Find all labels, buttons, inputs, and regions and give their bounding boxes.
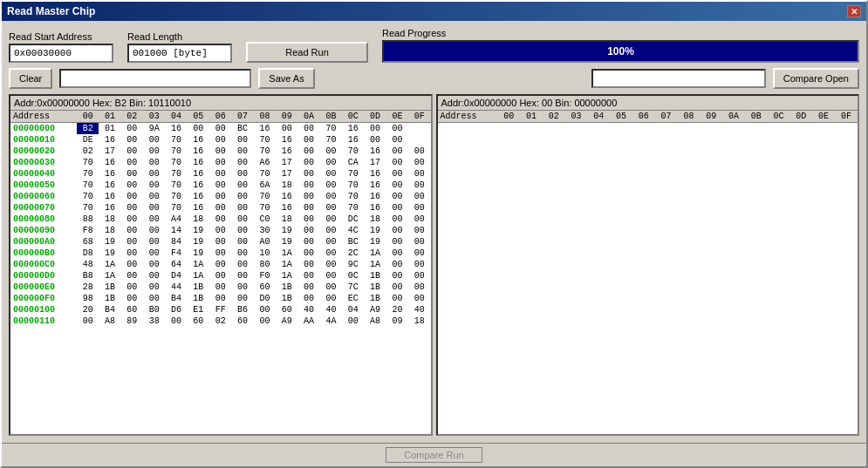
hex-cell[interactable]: 00 — [143, 248, 165, 259]
hex-cell[interactable]: 00 — [297, 134, 319, 146]
hex-cell[interactable]: 00 — [209, 180, 231, 191]
hex-cell[interactable]: 00 — [408, 281, 430, 293]
compare-input[interactable] — [591, 69, 766, 88]
hex-cell[interactable]: 00 — [297, 180, 319, 191]
hex-cell[interactable]: 00 — [143, 168, 165, 180]
hex-cell[interactable]: AA — [297, 315, 319, 327]
hex-cell[interactable]: 70 — [342, 191, 364, 202]
close-button[interactable]: ✕ — [847, 5, 861, 17]
hex-cell[interactable]: 1B — [364, 270, 386, 281]
hex-cell[interactable]: 00 — [320, 214, 342, 225]
hex-cell[interactable]: 00 — [121, 270, 143, 281]
hex-cell[interactable]: 16 — [188, 202, 209, 214]
hex-cell[interactable]: 19 — [99, 236, 120, 248]
hex-cell[interactable]: 16 — [276, 191, 297, 202]
hex-cell[interactable]: 00 — [320, 180, 342, 191]
hex-cell[interactable]: 16 — [188, 168, 209, 180]
hex-cell[interactable]: 64 — [165, 259, 187, 270]
hex-cell[interactable]: 16 — [165, 123, 187, 135]
save-as-input[interactable] — [59, 69, 251, 88]
hex-cell[interactable]: 70 — [320, 123, 342, 135]
hex-cell[interactable]: A9 — [364, 304, 386, 315]
hex-cell[interactable]: 70 — [165, 157, 187, 168]
hex-cell[interactable]: 00 — [209, 191, 231, 202]
hex-cell[interactable]: 00 — [342, 315, 364, 327]
hex-cell[interactable]: 60 — [276, 304, 297, 315]
hex-cell[interactable]: A4 — [165, 214, 187, 225]
hex-cell[interactable]: 00 — [121, 134, 143, 146]
hex-cell[interactable]: 1B — [276, 293, 297, 304]
hex-cell[interactable]: 00 — [297, 214, 319, 225]
hex-cell[interactable]: 00 — [209, 202, 231, 214]
hex-cell[interactable]: 0C — [342, 270, 364, 281]
hex-cell[interactable]: 00 — [143, 293, 165, 304]
hex-cell[interactable]: 1B — [364, 293, 386, 304]
hex-cell[interactable]: DC — [342, 214, 364, 225]
hex-cell[interactable]: F0 — [254, 270, 276, 281]
hex-cell[interactable]: 02 — [209, 315, 231, 327]
hex-cell[interactable]: 00 — [297, 248, 319, 259]
hex-cell[interactable]: 00 — [121, 146, 143, 157]
hex-cell[interactable]: 16 — [364, 191, 386, 202]
hex-cell[interactable]: 00 — [297, 293, 319, 304]
hex-cell[interactable]: 17 — [364, 157, 386, 168]
hex-cell[interactable]: 00 — [143, 281, 165, 293]
hex-cell[interactable]: 70 — [165, 202, 187, 214]
hex-cell[interactable]: 00 — [408, 236, 430, 248]
hex-cell[interactable]: 00 — [320, 236, 342, 248]
hex-cell[interactable]: 00 — [231, 134, 253, 146]
hex-cell[interactable]: 16 — [276, 202, 297, 214]
hex-cell[interactable]: 70 — [77, 180, 99, 191]
hex-cell[interactable]: 00 — [143, 270, 165, 281]
hex-cell[interactable]: B0 — [143, 304, 165, 315]
hex-cell[interactable]: FF — [209, 304, 231, 315]
hex-cell[interactable]: 00 — [121, 191, 143, 202]
hex-cell[interactable]: 00 — [209, 270, 231, 281]
hex-cell[interactable]: 00 — [143, 134, 165, 146]
hex-cell[interactable]: 00 — [408, 214, 430, 225]
hex-cell[interactable]: 00 — [143, 202, 165, 214]
hex-cell[interactable]: 70 — [165, 180, 187, 191]
hex-cell[interactable]: B6 — [231, 304, 253, 315]
hex-cell[interactable]: 28 — [77, 281, 99, 293]
hex-cell[interactable]: 16 — [364, 202, 386, 214]
hex-cell[interactable]: 00 — [143, 214, 165, 225]
hex-cell[interactable]: 00 — [143, 236, 165, 248]
hex-cell[interactable]: 00 — [231, 157, 253, 168]
hex-cell[interactable]: EC — [342, 293, 364, 304]
hex-cell[interactable]: 00 — [297, 157, 319, 168]
hex-cell[interactable]: D6 — [165, 304, 187, 315]
hex-cell[interactable]: 16 — [254, 123, 276, 135]
hex-cell[interactable]: 00 — [386, 270, 408, 281]
hex-cell[interactable]: 00 — [320, 157, 342, 168]
hex-cell[interactable]: 1A — [99, 270, 120, 281]
hex-cell[interactable]: 00 — [209, 248, 231, 259]
hex-cell[interactable]: 18 — [276, 180, 297, 191]
hex-cell[interactable]: 02 — [77, 146, 99, 157]
hex-cell[interactable]: 00 — [386, 236, 408, 248]
hex-cell[interactable]: 00 — [209, 236, 231, 248]
hex-cell[interactable]: 00 — [209, 146, 231, 157]
hex-cell[interactable]: 70 — [254, 202, 276, 214]
hex-cell[interactable]: 00 — [297, 259, 319, 270]
hex-cell[interactable]: 00 — [209, 293, 231, 304]
hex-cell[interactable]: 18 — [364, 214, 386, 225]
hex-cell[interactable]: 00 — [231, 225, 253, 236]
hex-cell[interactable]: 89 — [121, 315, 143, 327]
hex-cell[interactable]: 00 — [386, 134, 408, 146]
hex-cell[interactable]: 00 — [231, 180, 253, 191]
hex-cell[interactable]: 1A — [364, 248, 386, 259]
hex-cell[interactable]: 19 — [188, 236, 209, 248]
hex-cell[interactable]: 16 — [188, 146, 209, 157]
hex-cell[interactable]: 00 — [408, 248, 430, 259]
hex-cell[interactable]: 70 — [77, 157, 99, 168]
hex-cell[interactable]: 1A — [99, 259, 120, 270]
hex-cell[interactable]: 00 — [231, 248, 253, 259]
hex-cell[interactable]: 17 — [99, 146, 120, 157]
hex-cell[interactable]: 00 — [231, 281, 253, 293]
hex-cell[interactable]: A8 — [364, 315, 386, 327]
hex-cell[interactable]: 19 — [364, 236, 386, 248]
hex-cell[interactable]: 70 — [77, 168, 99, 180]
hex-cell[interactable]: 00 — [364, 134, 386, 146]
hex-cell[interactable]: 16 — [99, 168, 120, 180]
